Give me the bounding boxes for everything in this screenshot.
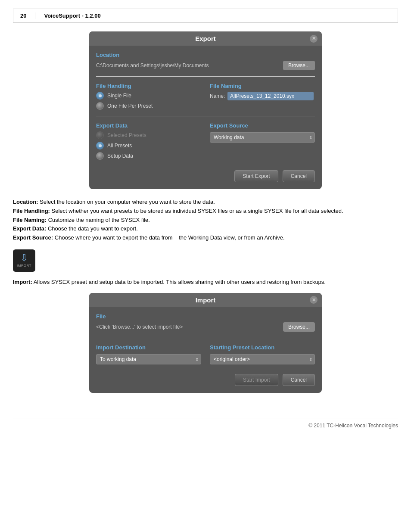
main-content: Export ✕ Location C:\Documents and Setti… [0,27,411,410]
export-dialog-title: Export [195,35,216,42]
selected-presets-label: Selected Presets [107,132,146,138]
export-data-col: Export Data Selected Presets All Presets [96,122,201,160]
all-presets-radio[interactable] [96,142,104,149]
import-dialog-footer: Start Import Cancel [89,370,322,386]
export-source-dropdown-row: Working data ⇕ [210,132,315,143]
setup-data-label: Setup Data [107,153,133,159]
export-dialog-footer: Start Export Cancel [89,166,322,182]
desc-export-source-bold: Export Source: [13,234,53,241]
desc-export-source: Export Source: Choose where you want to … [13,233,398,243]
import-description-bold: Import: [13,279,32,285]
export-source-select[interactable]: Working data [210,132,315,143]
copyright-text: © 2011 TC-Helicon Vocal Technologies [308,423,398,429]
export-dialog-titlebar: Export ✕ [89,31,322,46]
single-file-option[interactable]: Single File [96,92,201,100]
export-browse-button[interactable]: Browse... [283,61,315,70]
all-presets-label: All Presets [107,143,132,149]
start-export-button[interactable]: Start Export [234,170,278,182]
single-file-radio[interactable] [96,92,104,100]
page-title: VoiceSupport - 1.2.00 [44,12,100,19]
starting-preset-label: Starting Preset Location [210,344,315,351]
name-field-label: Name: [210,93,225,99]
starting-preset-col: Starting Preset Location <original order… [210,344,315,364]
desc-export-source-text: Choose where you want to export the data… [53,234,284,241]
page-footer: © 2011 TC-Helicon Vocal Technologies [13,419,398,429]
export-close-button[interactable]: ✕ [310,35,318,43]
all-presets-option[interactable]: All Presets [96,142,201,149]
file-naming-col: File Naming Name: [210,83,315,110]
export-source-label: Export Source [210,122,315,129]
description-block: Location: Select the location on your co… [13,198,398,243]
export-source-dropdown-wrapper: Working data ⇕ [210,132,315,143]
desc-location-bold: Location: [13,199,38,205]
import-description-text: Allows SYSEX preset and setup data to be… [32,279,326,285]
import-dialog-body: File <Click 'Browse...' to select import… [89,313,322,364]
desc-file-handling-text: Select whether you want presets to be st… [50,208,343,214]
export-dialog-body: Location C:\Documents and Settings\jeshe… [89,52,322,160]
import-icon-block: ⇩ IMPORT [13,249,398,272]
desc-file-naming: File Naming: Customize the naming of the… [13,216,398,225]
export-location-row: C:\Documents and Settings\jeshe\My Docum… [96,61,315,70]
start-import-button[interactable]: Start Import [235,374,278,386]
import-icon-label: IMPORT [17,264,31,268]
starting-preset-dropdown-wrapper: <original order> ⇕ [210,354,315,364]
import-destination-col: Import Destination To working data ⇕ [96,344,201,364]
file-handling-radio-group: Single File One File Per Preset [96,92,201,110]
one-file-per-preset-label: One File Per Preset [107,103,153,109]
selected-presets-radio[interactable] [96,131,104,139]
export-location-label: Location [96,52,315,58]
import-destination-dropdown-row: To working data ⇕ [96,354,201,364]
desc-export-data-bold: Export Data: [13,225,46,232]
import-icon: ⇩ IMPORT [13,249,35,272]
import-file-row: <Click 'Browse...' to select import file… [96,322,315,332]
desc-location-text: Select the location on your computer whe… [38,199,215,205]
import-cancel-button[interactable]: Cancel [283,374,315,386]
import-dialog-title: Import [196,296,216,304]
desc-export-data-text: Choose the data you want to export. [46,225,137,232]
setup-data-radio[interactable] [96,152,104,160]
desc-export-data: Export Data: Choose the data you want to… [13,224,398,233]
selected-presets-option[interactable]: Selected Presets [96,131,201,139]
import-description-block: Import: Allows SYSEX preset and setup da… [13,278,398,287]
export-data-label: Export Data [96,122,201,129]
export-data-section: Export Data Selected Presets All Presets [96,122,315,160]
file-naming-label: File Naming [210,83,315,89]
import-browse-button[interactable]: Browse... [283,322,315,332]
import-dest-row: Import Destination To working data ⇕ Sta… [96,344,315,364]
import-dialog-titlebar: Import ✕ [89,293,322,307]
import-destination-label: Import Destination [96,344,201,351]
page-header: 20 VoiceSupport - 1.2.00 [13,9,398,23]
import-icon-symbol: ⇩ [20,253,28,263]
export-location-path: C:\Documents and Settings\jeshe\My Docum… [96,62,209,68]
import-file-placeholder: <Click 'Browse...' to select import file… [96,324,183,330]
export-dialog: Export ✕ Location C:\Documents and Setti… [89,31,322,189]
desc-file-naming-bold: File Naming: [13,217,47,223]
export-data-radio-group: Selected Presets All Presets Setup Data [96,131,201,160]
file-name-input[interactable] [227,92,314,100]
desc-file-handling-bold: File Handling: [13,208,50,214]
export-source-col: Export Source Working data ⇕ [210,122,315,160]
desc-file-handling: File Handling: Select whether you want p… [13,207,398,216]
page-number: 20 [20,12,35,19]
starting-preset-dropdown-row: <original order> ⇕ [210,354,315,364]
desc-location: Location: Select the location on your co… [13,198,398,207]
single-file-label: Single File [107,93,131,99]
import-file-label: File [96,313,315,320]
import-close-button[interactable]: ✕ [310,296,318,304]
import-destination-select[interactable]: To working data [96,354,201,364]
export-file-section: File Handling Single File One File Per P… [96,83,315,110]
file-name-row: Name: [210,92,315,100]
export-cancel-button[interactable]: Cancel [283,170,315,182]
import-dialog: Import ✕ File <Click 'Browse...' to sele… [89,293,322,393]
setup-data-option[interactable]: Setup Data [96,152,201,160]
desc-file-naming-text: Customize the naming of the SYSEX file. [47,217,150,223]
starting-preset-select[interactable]: <original order> [210,354,315,364]
one-file-per-preset-radio[interactable] [96,102,104,110]
file-handling-label: File Handling [96,83,201,89]
file-handling-col: File Handling Single File One File Per P… [96,83,201,110]
import-destination-dropdown-wrapper: To working data ⇕ [96,354,201,364]
import-description: Import: Allows SYSEX preset and setup da… [13,278,398,287]
one-file-per-preset-option[interactable]: One File Per Preset [96,102,201,110]
